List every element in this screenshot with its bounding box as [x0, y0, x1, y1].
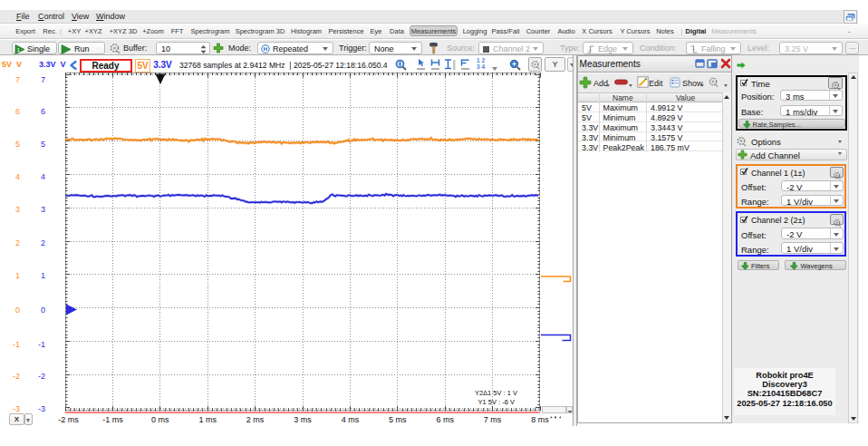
svg-text:4 ms: 4 ms — [342, 415, 360, 424]
svg-text:-2 ms: -2 ms — [58, 415, 79, 424]
svg-text:-1: -1 — [38, 340, 45, 349]
svg-text:-1: -1 — [13, 340, 20, 349]
svg-text:1: 1 — [41, 271, 45, 280]
svg-text:3: 3 — [15, 205, 20, 214]
svg-text:5: 5 — [41, 140, 45, 149]
svg-text:-3: -3 — [13, 404, 20, 413]
svg-text:5 ms: 5 ms — [389, 415, 407, 424]
svg-text:7 ms: 7 ms — [484, 415, 502, 424]
svg-text:1: 1 — [15, 271, 20, 280]
svg-text:4: 4 — [15, 172, 20, 181]
svg-text:6: 6 — [41, 107, 45, 116]
svg-text:Y2Δ1 5V : 1 V: Y2Δ1 5V : 1 V — [475, 389, 517, 397]
svg-text:5: 5 — [15, 140, 20, 149]
svg-text:7: 7 — [41, 75, 45, 84]
svg-text:2: 2 — [41, 238, 45, 247]
svg-text:0 ms: 0 ms — [151, 415, 169, 424]
svg-text:-2: -2 — [38, 372, 45, 381]
svg-text:1 ms: 1 ms — [198, 415, 217, 424]
svg-text:7: 7 — [15, 75, 20, 84]
svg-text:0: 0 — [15, 305, 20, 315]
svg-text:Y1 5V : -6 V: Y1 5V : -6 V — [478, 398, 515, 406]
svg-text:4: 4 — [41, 172, 45, 181]
svg-text:2: 2 — [15, 238, 20, 247]
svg-text:-2: -2 — [13, 372, 20, 381]
svg-text:2 ms: 2 ms — [246, 415, 265, 424]
svg-text:3 ms: 3 ms — [294, 415, 312, 424]
svg-text:-3: -3 — [38, 404, 45, 413]
svg-text:0: 0 — [41, 305, 45, 315]
svg-text:6 ms: 6 ms — [436, 415, 454, 424]
svg-text:-1 ms: -1 ms — [102, 415, 123, 424]
svg-text:6: 6 — [15, 107, 20, 116]
svg-text:3: 3 — [41, 205, 45, 214]
